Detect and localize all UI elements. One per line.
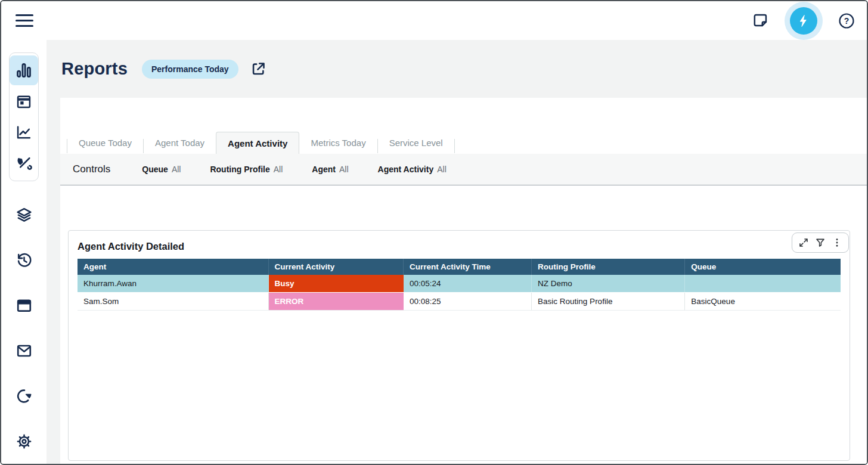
settings-icon[interactable] [11,426,37,456]
sidebar-report-group [9,52,39,181]
tab-service-level[interactable]: Service Level [378,132,454,154]
note-icon[interactable] [753,13,769,29]
current-activity-time-cell: 00:08:25 [404,293,532,311]
page-title: Reports [61,59,128,79]
routing-profile-cell: Basic Routing Profile [532,293,685,311]
filter-value: All [172,165,181,174]
card-title: Agent Activity Detailed [69,231,850,259]
queue-filter[interactable]: QueueAll [142,165,181,174]
page-header: Reports Performance Today [46,40,867,98]
hamburger-menu-icon[interactable] [16,12,33,29]
filter-label: Agent [312,165,336,174]
bar-chart-icon[interactable] [10,55,38,85]
current-activity-cell: ERROR [268,293,404,311]
agent-cell: Khurram.Awan [78,275,268,293]
layers-icon[interactable] [11,200,37,230]
svg-text:?: ? [844,16,850,26]
report-tabs: Queue Today Agent Today Agent Activity M… [60,98,867,154]
agent-activity-table: Agent Current Activity Current Activity … [78,259,841,311]
agent-activity-card: Agent Activity Detailed Agent Current Ac… [68,230,850,461]
main-content: Reports Performance Today Queue Today Ag… [46,40,867,464]
left-sidebar [1,40,46,464]
top-bar: ? [1,1,867,40]
calendar-icon[interactable] [11,86,37,116]
queue-cell [685,275,841,293]
expand-icon[interactable] [797,236,810,249]
quick-actions-halo [785,2,823,40]
filter-label: Queue [142,165,168,174]
current-activity-time-cell: 00:05:24 [404,275,532,293]
column-header-routing-profile[interactable]: Routing Profile [532,259,685,275]
performance-today-badge[interactable]: Performance Today [142,60,238,79]
line-chart-icon[interactable] [11,117,37,147]
filter-value: All [339,165,349,174]
tab-queue-today[interactable]: Queue Today [67,132,143,154]
tab-divider [454,139,455,153]
table-row[interactable]: Khurram.Awan Busy 00:05:24 NZ Demo [78,275,841,293]
topbar-actions: ? [753,1,855,40]
report-panel: Queue Today Agent Today Agent Activity M… [60,98,867,464]
filter-value: All [274,165,283,174]
table-header-row: Agent Current Activity Current Activity … [78,259,841,275]
column-header-queue[interactable]: Queue [685,259,841,275]
column-header-agent[interactable]: Agent [78,259,268,275]
queue-cell: BasicQueue [685,293,841,311]
filter-value: All [437,165,447,174]
column-header-current-activity[interactable]: Current Activity [268,259,404,275]
filter-label: Routing Profile [210,165,269,174]
tab-agent-today[interactable]: Agent Today [144,132,216,154]
controls-label: Controls [73,163,110,175]
customize-icon[interactable] [11,148,37,178]
external-link-icon[interactable] [250,61,266,77]
current-activity-cell: Busy [268,275,404,293]
routing-profile-filter[interactable]: Routing ProfileAll [210,165,283,174]
kebab-menu-icon[interactable] [830,236,844,249]
agent-cell: Sam.Som [78,293,268,311]
table-row[interactable]: Sam.Som ERROR 00:08:25 Basic Routing Pro… [78,293,841,311]
agent-filter[interactable]: AgentAll [312,165,348,174]
app-window: ? [0,0,868,465]
sidebar-lower-group [11,199,37,457]
column-header-current-activity-time[interactable]: Current Activity Time [404,259,532,275]
mail-icon[interactable] [11,336,37,365]
card-toolbar [792,232,849,253]
controls-bar: Controls QueueAll Routing ProfileAll Age… [60,154,867,185]
filter-icon[interactable] [814,236,827,249]
tab-agent-activity[interactable]: Agent Activity [216,132,299,154]
routing-profile-cell: NZ Demo [532,275,685,293]
history-icon[interactable] [11,245,37,275]
browser-window-icon[interactable] [11,290,37,320]
agent-activity-filter[interactable]: Agent ActivityAll [378,165,447,174]
tab-metrics-today[interactable]: Metrics Today [299,132,377,154]
pie-chart-icon[interactable] [11,381,37,411]
filter-label: Agent Activity [378,165,434,174]
help-icon[interactable]: ? [838,13,855,29]
lightning-icon[interactable] [790,7,817,35]
